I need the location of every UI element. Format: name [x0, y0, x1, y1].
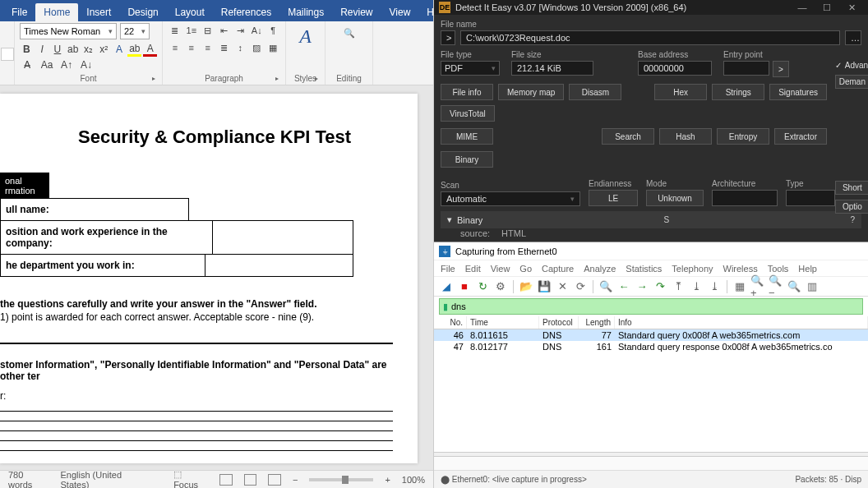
font-dialog-launcher[interactable]: ▸	[152, 75, 160, 83]
demangle-button[interactable]: Deman	[835, 75, 868, 89]
go-forward-button[interactable]: →	[635, 279, 649, 294]
start-capture-button[interactable]: ◢	[439, 279, 454, 294]
tab-view[interactable]: View	[381, 3, 419, 21]
zoom-out-button[interactable]: 🔍−	[769, 279, 783, 294]
memory-map-button[interactable]: Memory map	[498, 84, 564, 100]
colorize-button[interactable]: ▦	[732, 279, 747, 294]
search-button[interactable]: Search	[602, 128, 654, 145]
zoom-thumb[interactable]	[342, 476, 349, 484]
autoscroll-button[interactable]: ⤓	[707, 279, 722, 294]
styles-button[interactable]: A	[293, 23, 319, 49]
packet-bytes-pane[interactable]	[434, 457, 868, 470]
bullets-button[interactable]: ≣	[168, 23, 182, 38]
menu-view[interactable]: View	[491, 264, 510, 274]
font-name-combo[interactable]: Times New Roman ▾	[20, 23, 117, 39]
status-interface[interactable]: ⬤ Ethernet0: <live capture in progress>	[441, 475, 587, 484]
font-color-button[interactable]: A	[143, 42, 157, 57]
print-layout-button[interactable]	[244, 474, 257, 486]
document-page[interactable]: Security & Compliance KPI Test onal rmat…	[0, 94, 418, 463]
bold-button[interactable]: B	[20, 42, 34, 57]
status-packets[interactable]: Packets: 85 · Disp	[795, 475, 861, 484]
clear-format-button[interactable]: A̶	[20, 58, 35, 72]
endian-button[interactable]: LE	[589, 190, 638, 206]
bookmark-icon[interactable]: ▮	[443, 302, 448, 312]
go-first-button[interactable]: ⤒	[671, 279, 686, 294]
menu-help[interactable]: Help	[798, 264, 817, 274]
type-field[interactable]	[786, 190, 835, 206]
mode-button[interactable]: Unknown	[646, 190, 704, 206]
text-effects-button[interactable]: A	[113, 42, 127, 57]
borders-button[interactable]: ▦	[265, 40, 280, 55]
grow-font-button[interactable]: A↑	[59, 58, 74, 72]
menu-edit[interactable]: Edit	[465, 264, 481, 274]
die-titlebar[interactable]: DE Detect It Easy v3.07 [Windows 10 Vers…	[434, 0, 868, 15]
zoom-out-button[interactable]: −	[293, 475, 298, 485]
show-marks-button[interactable]: ¶	[265, 23, 280, 38]
line-spacing-button[interactable]: ↕	[233, 40, 247, 55]
stop-capture-button[interactable]: ■	[457, 279, 472, 294]
word-count[interactable]: 780 words	[8, 470, 48, 489]
italic-button[interactable]: I	[35, 42, 49, 57]
tab-file[interactable]: File	[3, 3, 35, 21]
menu-capture[interactable]: Capture	[542, 264, 574, 274]
zoom-slider[interactable]	[309, 478, 373, 481]
binary-button[interactable]: Binary	[441, 151, 493, 168]
justify-button[interactable]: ≣	[217, 40, 232, 55]
sort-button[interactable]: A↓	[249, 23, 264, 38]
tab-layout[interactable]: Layout	[167, 3, 213, 21]
open-file-button[interactable]: 📂	[519, 279, 533, 294]
highlight-button[interactable]: ab	[127, 42, 141, 57]
browse-button[interactable]: …	[845, 30, 861, 45]
scan-result-row[interactable]: ▾ Binary S ?	[441, 211, 861, 228]
disasm-button[interactable]: Disasm	[569, 84, 621, 100]
wireshark-titlebar[interactable]: ⏚ Capturing from Ethernet0	[434, 242, 868, 260]
display-filter-input[interactable]: ▮ dns	[439, 298, 863, 315]
base-addr-field[interactable]: 00000000	[638, 61, 712, 76]
virustotal-button[interactable]: VirusTotal	[441, 105, 495, 122]
strings-button[interactable]: Strings	[712, 84, 764, 100]
file-type-select[interactable]: PDF▾	[441, 61, 500, 76]
menu-statistics[interactable]: Statistics	[626, 264, 662, 274]
col-protocol[interactable]: Protocol	[539, 316, 579, 329]
maximize-button[interactable]: ☐	[815, 0, 838, 15]
menu-file[interactable]: File	[441, 264, 455, 274]
multilevel-button[interactable]: ⊟	[201, 23, 215, 38]
align-left-button[interactable]: ≡	[168, 40, 182, 55]
scan-select[interactable]: Automatic▾	[441, 191, 580, 206]
decrease-indent-button[interactable]: ⇤	[217, 23, 232, 38]
underline-button[interactable]: U	[51, 42, 65, 57]
hash-button[interactable]: Hash	[659, 128, 712, 145]
tab-home[interactable]: Home	[35, 3, 78, 21]
hex-button[interactable]: Hex	[654, 84, 707, 100]
zoom-reset-button[interactable]: 🔍	[787, 279, 801, 294]
menu-telephony[interactable]: Telephony	[672, 264, 713, 274]
font-size-combo[interactable]: 22 ▾	[120, 23, 150, 39]
shading-button[interactable]: ▨	[249, 40, 264, 55]
mime-button[interactable]: MIME	[441, 128, 493, 145]
find-button[interactable]: 🔍	[339, 23, 359, 43]
result-s-button[interactable]: S	[663, 215, 669, 224]
entropy-button[interactable]: Entropy	[717, 128, 769, 145]
resize-cols-button[interactable]: ▥	[805, 279, 820, 294]
reload-button[interactable]: ⟳	[573, 279, 588, 294]
menu-wireless[interactable]: Wireless	[723, 264, 758, 274]
result-help-button[interactable]: ?	[850, 215, 855, 224]
packet-row[interactable]: 46 8.011615 DNS 77 Standard query 0x008f…	[434, 329, 868, 341]
entry-go-button[interactable]: >	[773, 61, 789, 77]
expand-icon[interactable]: ▾	[447, 214, 452, 225]
align-center-button[interactable]: ≡	[184, 40, 199, 55]
menu-tools[interactable]: Tools	[768, 264, 789, 274]
save-button[interactable]: 💾	[537, 279, 552, 294]
tab-insert[interactable]: Insert	[78, 3, 119, 21]
styles-dialog-launcher[interactable]: ▸	[315, 75, 323, 83]
paragraph-dialog-launcher[interactable]: ▸	[275, 75, 284, 83]
tab-review[interactable]: Review	[332, 3, 381, 21]
numbering-button[interactable]: 1≡	[184, 23, 199, 38]
paste-button[interactable]	[1, 48, 14, 61]
file-size-field[interactable]: 212.14 KiB	[511, 61, 593, 76]
tab-references[interactable]: References	[213, 3, 279, 21]
close-button[interactable]: ✕	[840, 0, 863, 15]
extractor-button[interactable]: Extractor	[774, 128, 827, 145]
read-mode-button[interactable]	[219, 474, 233, 486]
focus-mode-button[interactable]: ⬚ Focus	[173, 469, 208, 488]
